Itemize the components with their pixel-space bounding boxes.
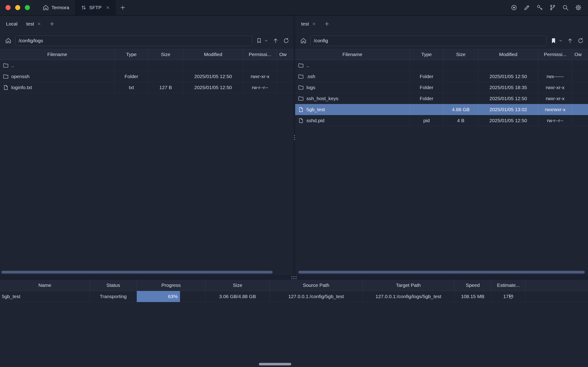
transfer-arrows-icon (80, 4, 87, 11)
table-row[interactable]: sshd.pid pid 4 B 2025/01/05 12:50 rw-r--… (295, 115, 588, 126)
transfer-progress-bar: 63% (137, 291, 205, 302)
transfer-table-header: Name Status Progress Size Source Path Ta… (0, 280, 588, 291)
minimize-window-button[interactable] (15, 5, 20, 10)
file-permissions (243, 60, 277, 71)
table-row[interactable]: openssh Folder 2025/01/05 12:50 rwxr-xr-… (0, 71, 294, 82)
filename: loginfo.txt (11, 85, 32, 90)
up-directory-icon[interactable] (567, 37, 573, 44)
filename: logs (307, 85, 315, 90)
filename: ssh_host_keys (307, 96, 338, 101)
add-pane-tab-button[interactable] (321, 21, 332, 27)
file-permissions: rwxr-xr-x (538, 93, 572, 104)
refresh-icon[interactable] (577, 37, 584, 44)
column-header-filename[interactable]: Filename (0, 49, 115, 60)
file-size: 127 B (148, 82, 183, 93)
table-row[interactable]: .. (0, 60, 294, 71)
tab-sftp[interactable]: SFTP (75, 0, 116, 15)
bookmark-icon[interactable] (256, 37, 262, 44)
table-row[interactable]: .ssh Folder 2025/01/05 12:50 rwx------ (295, 71, 588, 82)
path-input[interactable] (310, 36, 547, 46)
gear-icon[interactable] (575, 4, 582, 11)
add-pane-tab-button[interactable] (46, 21, 58, 27)
file-icon (298, 117, 304, 124)
bottom-scrollbar[interactable] (259, 363, 291, 365)
folder-icon (3, 74, 9, 79)
refresh-icon[interactable] (283, 37, 290, 44)
filename: .. (307, 63, 309, 68)
tab-test-left[interactable]: test (23, 16, 45, 32)
column-header-status[interactable]: Status (90, 280, 137, 291)
column-header-type[interactable]: Type (410, 49, 443, 60)
folder-icon (298, 74, 304, 79)
chevron-down-icon[interactable] (559, 39, 563, 43)
file-modified: 2025/01/05 12:50 (478, 93, 538, 104)
column-header-modified[interactable]: Modified (478, 49, 538, 60)
home-icon[interactable] (299, 36, 307, 45)
horizontal-scrollbar[interactable] (298, 271, 585, 274)
right-table-header: Filename Type Size Modified Permissi... … (295, 49, 588, 60)
tab-local[interactable]: Local (2, 16, 21, 32)
edit-icon[interactable] (523, 4, 530, 11)
chevron-down-icon[interactable] (264, 39, 268, 43)
left-pane-tabs: Local test (0, 16, 294, 32)
table-row[interactable]: logs Folder 2025/01/05 18:35 rwxr-xr-x (295, 82, 588, 93)
file-type (115, 60, 148, 71)
left-file-pane: Local test (0, 16, 294, 275)
column-header-size[interactable]: Size (205, 280, 270, 291)
key-icon[interactable] (536, 4, 543, 11)
tab-test-right[interactable]: test (298, 16, 320, 32)
search-icon[interactable] (562, 4, 569, 11)
table-row[interactable]: loginfo.txt txt 127 B 2025/01/05 12:50 r… (0, 82, 294, 93)
column-header-estimate[interactable]: Estimate... (491, 280, 526, 291)
new-window-tab-button[interactable] (116, 0, 130, 15)
file-type: Folder (410, 93, 443, 104)
file-owner (572, 104, 588, 115)
record-icon[interactable] (510, 4, 518, 11)
table-row[interactable]: ssh_host_keys Folder 2025/01/05 12:50 rw… (295, 93, 588, 104)
folder-icon (298, 62, 304, 68)
column-header-speed[interactable]: Speed (454, 280, 491, 291)
column-header-target-path[interactable]: Target Path (363, 280, 454, 291)
up-directory-icon[interactable] (273, 37, 279, 44)
file-modified: 2025/01/05 13:02 (478, 104, 538, 115)
column-header-filename[interactable]: Filename (295, 49, 410, 60)
table-row[interactable]: .. (295, 60, 588, 71)
file-permissions (538, 60, 572, 71)
column-header-permissions[interactable]: Permissi... (243, 49, 277, 60)
path-input[interactable] (15, 36, 252, 46)
file-size (443, 82, 478, 93)
column-header-progress[interactable]: Progress (137, 280, 205, 291)
column-header-size[interactable]: Size (148, 49, 183, 60)
pane-divider[interactable] (294, 16, 295, 275)
git-branch-icon[interactable] (549, 4, 556, 11)
column-header-name[interactable]: Name (0, 280, 90, 291)
bookmark-filled-icon[interactable] (550, 37, 557, 44)
close-window-button[interactable] (6, 5, 11, 10)
transfer-row[interactable]: 5gb_test Transporting 63% 3.06 GB/4.88 G… (0, 291, 588, 302)
close-tab-icon[interactable] (105, 5, 110, 10)
column-header-modified[interactable]: Modified (183, 49, 243, 60)
close-tab-icon[interactable] (37, 22, 41, 26)
titlebar: Termora SFTP (0, 0, 588, 16)
file-modified: 2025/01/05 12:50 (183, 71, 243, 82)
transfer-splitter[interactable] (0, 275, 588, 280)
home-icon[interactable] (4, 36, 12, 45)
column-header-type[interactable]: Type (115, 49, 148, 60)
plus-icon (49, 21, 55, 27)
file-permissions: rwxr-xr-x (243, 71, 277, 82)
close-tab-icon[interactable] (312, 22, 316, 26)
window-controls (0, 0, 36, 15)
tab-termora[interactable]: Termora (36, 0, 75, 15)
column-header-size[interactable]: Size (443, 49, 478, 60)
column-header-source-path[interactable]: Source Path (270, 280, 363, 291)
column-header-owner[interactable]: Ow (277, 49, 294, 60)
file-permissions: rw-r--r-- (538, 115, 572, 126)
file-modified: 2025/01/05 18:35 (478, 82, 538, 93)
horizontal-scrollbar[interactable] (1, 271, 273, 274)
column-header-owner[interactable]: Ow (572, 49, 588, 60)
file-size (148, 60, 183, 71)
zoom-window-button[interactable] (25, 5, 30, 10)
file-modified: 2025/01/05 12:50 (183, 82, 243, 93)
table-row-selected[interactable]: 5gb_test 4.88 GB 2025/01/05 13:02 rwxrwx… (295, 104, 588, 115)
column-header-permissions[interactable]: Permissi... (538, 49, 572, 60)
